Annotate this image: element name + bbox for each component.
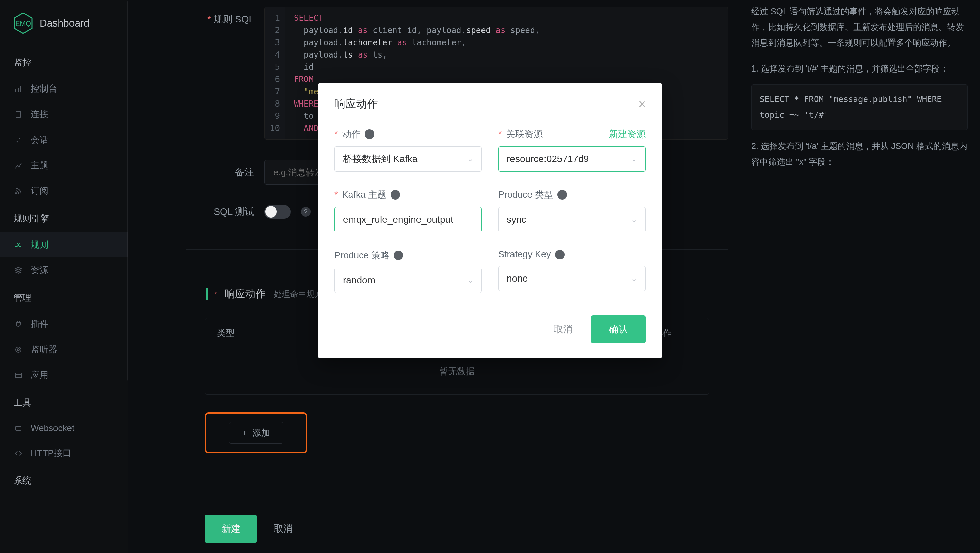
chevron-down-icon: ⌄ <box>631 154 637 164</box>
chevron-down-icon: ⌄ <box>631 215 637 224</box>
action-modal: 响应动作 × *动作 桥接数据到 Kafka⌄ *关联资源新建资源 resour… <box>318 83 662 358</box>
produce-strategy-select[interactable]: random⌄ <box>334 268 482 293</box>
tip-icon[interactable] <box>391 190 400 200</box>
modal-mask[interactable]: 响应动作 × *动作 桥接数据到 Kafka⌄ *关联资源新建资源 resour… <box>0 0 980 553</box>
strategy-key-select[interactable]: none⌄ <box>498 266 646 291</box>
tip-icon[interactable] <box>394 251 403 260</box>
action-select[interactable]: 桥接数据到 Kafka⌄ <box>334 146 482 172</box>
close-icon[interactable]: × <box>638 98 646 110</box>
kafka-topic-input[interactable]: emqx_rule_engine_output <box>334 207 482 232</box>
modal-cancel-button[interactable]: 取消 <box>547 315 579 343</box>
resource-select[interactable]: resource:025717d9⌄ <box>498 146 646 172</box>
tip-icon[interactable] <box>557 190 567 200</box>
modal-ok-button[interactable]: 确认 <box>591 315 646 343</box>
tip-icon[interactable] <box>365 129 374 139</box>
kafka-topic-label: Kafka 主题 <box>342 189 387 201</box>
modal-title: 响应动作 <box>334 97 378 112</box>
produce-type-select[interactable]: sync⌄ <box>498 207 646 232</box>
resource-label: 关联资源 <box>506 128 543 140</box>
action-label: 动作 <box>342 128 361 140</box>
chevron-down-icon: ⌄ <box>467 276 473 284</box>
new-resource-link[interactable]: 新建资源 <box>609 128 646 140</box>
produce-strategy-label: Produce 策略 <box>334 249 390 262</box>
chevron-down-icon: ⌄ <box>631 274 637 283</box>
chevron-down-icon: ⌄ <box>467 154 473 164</box>
produce-type-label: Produce 类型 <box>498 189 553 201</box>
tip-icon[interactable] <box>555 250 565 259</box>
strategy-key-label: Strategy Key <box>498 249 551 260</box>
